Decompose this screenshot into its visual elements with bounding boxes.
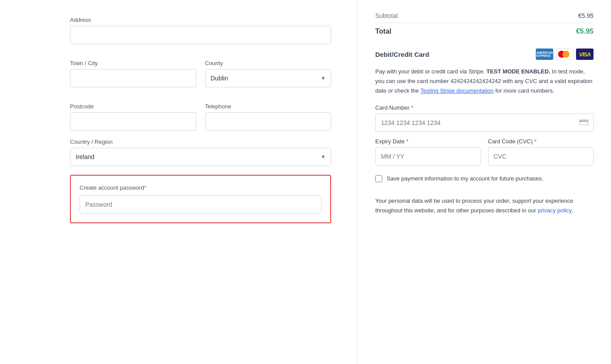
country-group: Country / Region Ireland United Kingdom … [70, 139, 331, 166]
county-label: County [205, 60, 332, 66]
password-input[interactable] [80, 195, 321, 214]
amex-icon: AMERICANEXPRESS [536, 49, 553, 60]
card-number-input[interactable] [375, 114, 594, 132]
password-required-marker: * [144, 184, 146, 191]
postcode-group: Postcode [70, 95, 196, 131]
total-value: €5.95 [576, 28, 594, 35]
stripe-docs-link[interactable]: Testing Stripe documentation [420, 87, 494, 94]
country-label: Country / Region [70, 139, 331, 145]
address-label: Address [70, 17, 331, 23]
credit-card-icon [580, 118, 588, 128]
card-number-wrapper [375, 114, 594, 132]
telephone-group: Telephone [205, 95, 332, 131]
card-number-label: Card Number * [375, 104, 594, 111]
subtotal-label: Subtotal [375, 12, 398, 19]
county-select-wrapper: Dublin Cork Galway Limerick Waterford ▼ [205, 69, 332, 87]
telephone-label: Telephone [205, 103, 332, 110]
payment-header: Debit/Credit Card AMERICANEXPRESS VISA [375, 49, 594, 60]
country-select[interactable]: Ireland United Kingdom United States [70, 148, 331, 166]
svg-rect-0 [580, 119, 588, 125]
payment-title: Debit/Credit Card [375, 51, 429, 58]
save-payment-label: Save payment information to my account f… [387, 174, 543, 183]
expiry-label: Expiry Date * [375, 138, 481, 145]
town-group: Town / City [70, 52, 196, 87]
subtotal-row: Subtotal €5.95 [375, 9, 594, 23]
country-select-wrapper: Ireland United Kingdom United States ▼ [70, 148, 331, 166]
total-label: Total [375, 28, 391, 35]
postcode-label: Postcode [70, 103, 196, 110]
postcode-telephone-row: Postcode Telephone [70, 95, 331, 131]
left-panel: Address Town / City County Dublin Cork G… [0, 0, 357, 364]
card-icons: AMERICANEXPRESS VISA [536, 49, 594, 60]
address-input[interactable] [70, 26, 331, 44]
test-mode-text: TEST MODE ENABLED. [486, 68, 550, 75]
town-county-row: Town / City County Dublin Cork Galway Li… [70, 52, 331, 87]
total-row: Total €5.95 [375, 23, 594, 40]
town-city-label: Town / City [70, 60, 196, 66]
cvc-label: Card Code (CVC) * [488, 138, 594, 145]
billing-form: Address Town / City County Dublin Cork G… [70, 17, 331, 223]
mastercard-icon [556, 49, 573, 60]
password-section: Create account password* [70, 175, 331, 223]
expiry-group: Expiry Date * [375, 132, 481, 166]
payment-section: Debit/Credit Card AMERICANEXPRESS VISA [375, 49, 594, 215]
visa-icon: VISA [576, 49, 594, 60]
save-payment-row: Save payment information to my account f… [375, 174, 594, 183]
address-group: Address [70, 17, 331, 44]
order-summary: Subtotal €5.95 Total €5.95 [375, 9, 594, 40]
postcode-input[interactable] [70, 112, 196, 131]
expiry-input[interactable] [375, 147, 481, 166]
card-number-group: Card Number * [375, 104, 594, 132]
county-select[interactable]: Dublin Cork Galway Limerick Waterford [205, 69, 332, 87]
privacy-policy-link[interactable]: privacy policy [538, 207, 571, 214]
subtotal-value: €5.95 [578, 12, 594, 19]
payment-description: Pay with your debit or credit card via S… [375, 67, 594, 96]
cvc-group: Card Code (CVC) * [488, 132, 594, 166]
expiry-cvc-row: Expiry Date * Card Code (CVC) * [375, 132, 594, 166]
personal-data-text: Your personal data will be used to proce… [375, 196, 594, 215]
telephone-input[interactable] [205, 112, 332, 131]
right-panel: Subtotal €5.95 Total €5.95 Debit/Credit … [357, 0, 611, 364]
password-label: Create account password* [80, 184, 321, 191]
save-payment-checkbox[interactable] [375, 175, 382, 182]
cvc-input[interactable] [488, 147, 594, 166]
town-city-input[interactable] [70, 69, 196, 87]
county-group: County Dublin Cork Galway Limerick Water… [205, 52, 332, 87]
svg-rect-1 [580, 121, 588, 122]
